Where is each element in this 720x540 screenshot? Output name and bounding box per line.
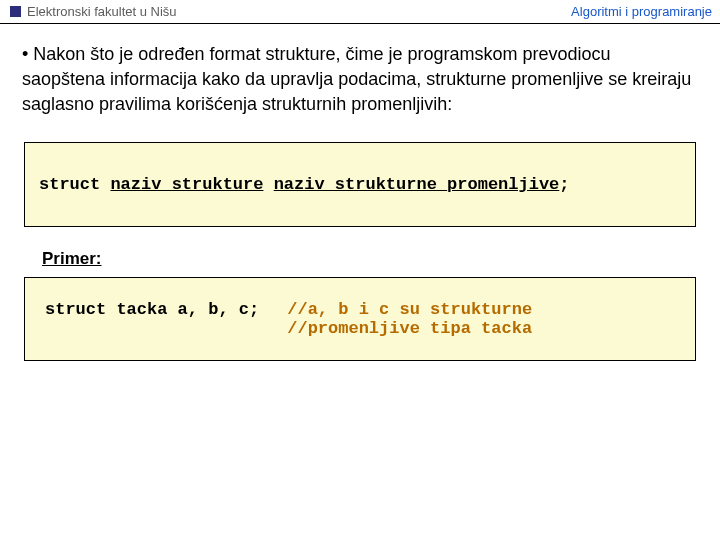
header-left: Elektronski fakultet u Nišu — [10, 4, 177, 19]
example-code-comment: //a, b i c su strukturne //promenljive t… — [287, 300, 532, 338]
slide-content: • Nakon što je određen format strukture,… — [0, 24, 720, 361]
syntax-code-box: struct naziv_strukture naziv_strukturne_… — [24, 142, 696, 227]
code-sep — [263, 175, 273, 194]
logo-square-icon — [10, 6, 21, 17]
example-label: Primer: — [42, 249, 698, 269]
slide-header: Elektronski fakultet u Nišu Algoritmi i … — [0, 0, 720, 24]
comment-line-2: //promenljive tipa tacka — [287, 319, 532, 338]
syntax-code-line: struct naziv_strukture naziv_strukturne_… — [39, 175, 570, 194]
struct-keyword: struct — [39, 175, 110, 194]
institution-name: Elektronski fakultet u Nišu — [27, 4, 177, 19]
struct-name-placeholder: naziv_strukture — [110, 175, 263, 194]
comment-line-1: //a, b i c su strukturne — [287, 300, 532, 319]
course-name: Algoritmi i programiranje — [571, 4, 712, 19]
intro-paragraph: • Nakon što je određen format strukture,… — [22, 42, 698, 116]
example-code-row: struct tacka a, b, c; //a, b i c su stru… — [45, 300, 681, 338]
var-name-placeholder: naziv_strukturne_promenljive — [274, 175, 560, 194]
code-terminator: ; — [559, 175, 569, 194]
example-code-box: struct tacka a, b, c; //a, b i c su stru… — [24, 277, 696, 361]
example-code-declaration: struct tacka a, b, c; — [45, 300, 259, 319]
